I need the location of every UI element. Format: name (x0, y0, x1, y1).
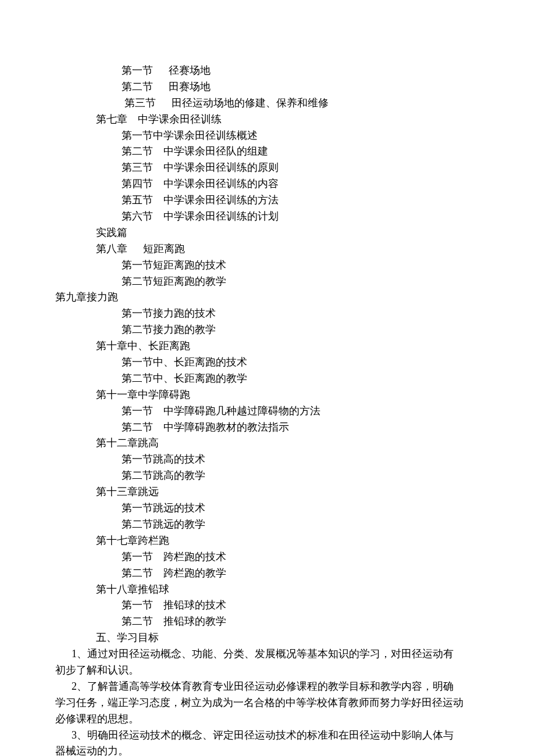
text-line: 第二节 田赛场地 (55, 79, 483, 95)
text-line: 3、明确田径运动技术的概念、评定田径运动技术的标准和在田径运动中影响人体与 (55, 728, 483, 744)
text-line: 第二节跳远的教学 (55, 517, 483, 533)
text-line: 第四节 中学课余田径训练的内容 (55, 176, 483, 192)
text-line: 第五节 中学课余田径训练的方法 (55, 192, 483, 209)
text-line: 第二节 推铅球的教学 (55, 614, 483, 630)
text-line: 第二节短距离跑的教学 (55, 274, 483, 290)
text-line: 学习任务，端正学习态度，树立为成为一名合格的中等学校体育教师而努力学好田径运动 (55, 695, 483, 711)
text-line: 第八章 短距离跑 (55, 241, 483, 257)
text-line: 第一节接力跑的技术 (55, 306, 483, 322)
text-line: 第十一章中学障碍跑 (55, 387, 483, 403)
text-line: 第九章接力跑 (55, 289, 483, 306)
text-line: 实践篇 (55, 225, 483, 241)
text-line: 第二节 跨栏跑的教学 (55, 565, 483, 582)
text-line: 第二节跳高的教学 (55, 468, 483, 484)
text-line: 初步了解和认识。 (55, 662, 483, 679)
text-line: 第一节跳远的技术 (55, 500, 483, 517)
text-line: 第一节 跨栏跑的技术 (55, 549, 483, 565)
text-line: 第十七章跨栏跑 (55, 533, 483, 549)
text-line: 第一节跳高的技术 (55, 452, 483, 468)
document-page: 第一节 径赛场地第二节 田赛场地 第三节 田径运动场地的修建、保养和维修第七章 … (0, 0, 535, 756)
text-line: 第一节 推铅球的技术 (55, 597, 483, 614)
text-line: 第三节 中学课余田径训练的原则 (55, 160, 483, 176)
text-line: 第一节中、长距离跑的技术 (55, 354, 483, 371)
text-line: 第一节 径赛场地 (55, 63, 483, 79)
text-line: 第十三章跳远 (55, 484, 483, 500)
text-line: 第一节短距离跑的技术 (55, 257, 483, 274)
text-line: 第十八章推铅球 (55, 582, 483, 598)
text-line: 第七章 中学课余田径训练 (55, 112, 483, 128)
text-line: 五、学习目标 (55, 630, 483, 646)
text-line: 器械运动的力。 (55, 743, 483, 756)
text-line: 第二节接力跑的教学 (55, 322, 483, 338)
text-line: 2、了解普通高等学校体育教育专业田径运动必修课程的教学目标和教学内容，明确 (55, 679, 483, 695)
text-line: 第二节 中学障碍跑教材的教法指示 (55, 420, 483, 436)
text-line: 必修课程的思想。 (55, 711, 483, 728)
text-line: 第六节 中学课余田径训练的计划 (55, 209, 483, 225)
text-line: 第二节 中学课余田径队的组建 (55, 144, 483, 160)
text-line: 第一节 中学障碍跑几种越过障碍物的方法 (55, 403, 483, 420)
text-line: 第三节 田径运动场地的修建、保养和维修 (55, 95, 483, 112)
text-line: 第十章中、长距离跑 (55, 338, 483, 354)
text-line: 第二节中、长距离跑的教学 (55, 371, 483, 387)
text-line: 第十二章跳高 (55, 435, 483, 452)
text-line: 第一节中学课余田径训练概述 (55, 128, 483, 144)
text-line: 1、通过对田径运动概念、功能、分类、发展概况等基本知识的学习，对田径运动有 (55, 646, 483, 662)
